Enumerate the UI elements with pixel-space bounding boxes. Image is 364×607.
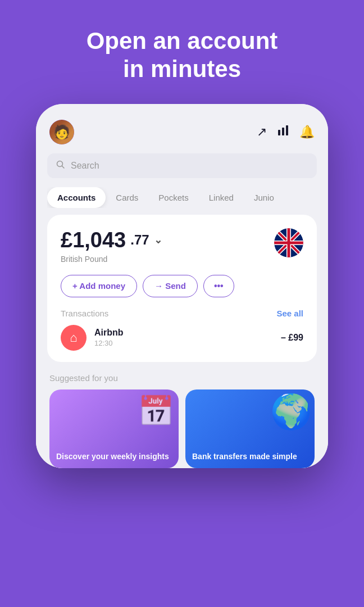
suggested-card-insights[interactable]: 📅 Discover your weekly insights	[49, 389, 179, 468]
suggested-section: Suggested for you 📅 Discover your weekly…	[47, 369, 317, 468]
add-money-button[interactable]: + Add money	[61, 275, 137, 297]
transaction-name: Airbnb	[94, 328, 273, 338]
tab-pockets[interactable]: Pockets	[148, 187, 198, 208]
globe-icon: 🌍	[270, 392, 312, 432]
tab-accounts[interactable]: Accounts	[47, 187, 106, 208]
hero-title-line2: in minutes	[123, 56, 241, 82]
avatar[interactable]: 🧑	[49, 120, 74, 144]
search-bar[interactable]: Search	[47, 153, 317, 178]
svg-rect-2	[286, 125, 288, 135]
balance-amount: £1,043.77 ⌄	[61, 228, 162, 252]
currency-label: British Pound	[61, 255, 162, 264]
balance-info: £1,043.77 ⌄ British Pound	[61, 228, 162, 264]
more-options-button[interactable]: •••	[203, 275, 234, 297]
avatar-image: 🧑	[49, 120, 74, 144]
calendar-icon: 📅	[138, 394, 174, 428]
transaction-details: Airbnb 12:30	[94, 328, 273, 347]
chevron-down-icon[interactable]: ⌄	[154, 234, 162, 246]
suggested-cards: 📅 Discover your weekly insights 🌍 Bank t…	[49, 389, 315, 468]
bell-icon[interactable]: 🔔	[299, 125, 315, 139]
suggested-card-text-blue: Bank transfers made simple	[185, 445, 304, 468]
balance-major: £1,043	[61, 228, 126, 252]
tab-linked[interactable]: Linked	[199, 187, 244, 208]
tab-cards[interactable]: Cards	[106, 187, 148, 208]
svg-rect-14	[274, 241, 303, 244]
hero-title: Open an account in minutes	[64, 27, 301, 84]
balance-cents: .77	[130, 232, 149, 248]
svg-rect-1	[282, 128, 284, 135]
airbnb-logo: ⌂	[61, 325, 87, 351]
transactions-label: Transactions	[61, 309, 108, 318]
transactions-header: Transactions See all	[61, 309, 303, 318]
balance-card: £1,043.77 ⌄ British Pound	[47, 215, 317, 362]
suggested-card-transfers[interactable]: 🌍 Bank transfers made simple	[185, 389, 315, 468]
airbnb-icon: ⌂	[70, 330, 77, 345]
trending-icon[interactable]: ↗	[257, 125, 267, 139]
send-button[interactable]: → Send	[143, 275, 198, 297]
table-row: ⌂ Airbnb 12:30 – £99	[61, 325, 303, 351]
top-icons: ↗ 🔔	[257, 124, 315, 140]
action-buttons: + Add money → Send •••	[61, 275, 303, 297]
suggested-label: Suggested for you	[49, 373, 315, 383]
tab-junio[interactable]: Junio	[244, 187, 284, 208]
transaction-time: 12:30	[94, 339, 273, 347]
tabs-bar: Accounts Cards Pockets Linked Junio	[47, 187, 317, 208]
svg-line-4	[62, 166, 65, 168]
search-placeholder: Search	[71, 161, 99, 171]
phone-mockup: 🧑 ↗ 🔔	[36, 104, 328, 468]
suggested-card-text-purple: Discover your weekly insights	[49, 445, 176, 468]
hero-title-line1: Open an account	[87, 28, 278, 54]
balance-row: £1,043.77 ⌄ British Pound	[61, 228, 303, 264]
transaction-amount: – £99	[281, 333, 303, 343]
uk-flag-icon	[274, 228, 303, 257]
top-bar: 🧑 ↗ 🔔	[47, 115, 317, 153]
search-icon	[56, 160, 65, 171]
see-all-link[interactable]: See all	[276, 309, 303, 318]
chart-icon[interactable]	[277, 124, 289, 140]
svg-rect-0	[278, 130, 280, 135]
